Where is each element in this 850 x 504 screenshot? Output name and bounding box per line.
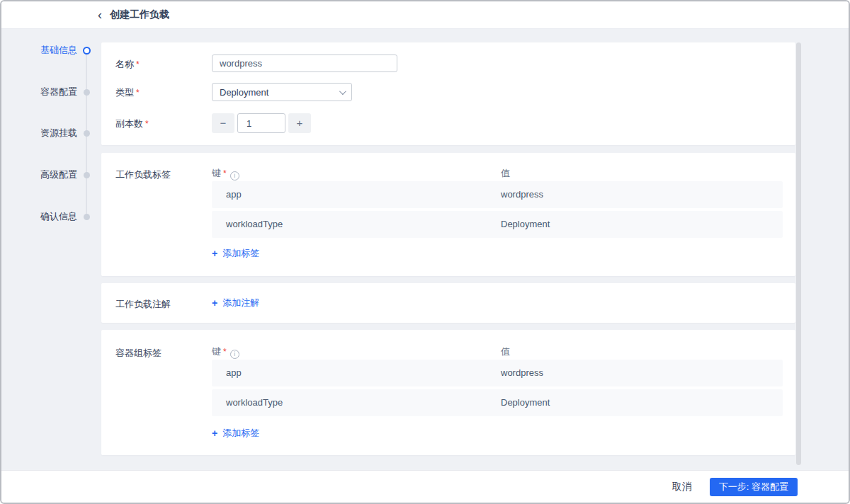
workload-labels-header: 键*i 值 xyxy=(212,167,783,178)
replicas-decrease-button[interactable]: − xyxy=(212,113,234,133)
step-dot-icon xyxy=(83,88,91,96)
back-icon[interactable]: ‹ xyxy=(98,8,102,21)
step-label: 高级配置 xyxy=(40,168,77,181)
workload-annotations-card: 工作负载注解 + 添加注解 xyxy=(101,283,795,323)
label-key: workloadType xyxy=(226,211,283,238)
page-title: 创建工作负载 xyxy=(110,8,169,21)
value-column-header: 值 xyxy=(501,345,510,358)
step-dot-icon xyxy=(83,171,91,179)
workload-labels-card: 工作负载标签 键*i 值 app wordpress workloadType … xyxy=(101,153,795,276)
info-icon[interactable]: i xyxy=(230,171,239,181)
required-mark: * xyxy=(223,347,227,357)
type-select[interactable]: Deployment xyxy=(212,83,352,101)
required-mark: * xyxy=(223,168,227,178)
required-mark: * xyxy=(136,88,140,98)
replicas-label: 副本数* xyxy=(115,118,149,130)
required-mark: * xyxy=(145,119,149,129)
label-row[interactable]: app wordpress xyxy=(212,360,783,386)
replicas-increase-button[interactable]: + xyxy=(288,113,311,133)
label-row[interactable]: workloadType Deployment xyxy=(212,389,783,416)
add-annotation-button[interactable]: + 添加注解 xyxy=(212,297,259,309)
step-dot-icon xyxy=(83,130,91,137)
add-annotation-text: 添加注解 xyxy=(222,297,259,309)
step-container-config[interactable]: 容器配置 xyxy=(1,85,91,99)
pod-labels-header: 键*i 值 xyxy=(212,345,783,357)
cancel-button[interactable]: 取消 xyxy=(672,481,692,493)
step-confirm-info[interactable]: 确认信息 xyxy=(1,210,91,224)
name-input[interactable] xyxy=(212,55,397,72)
value-column-header: 值 xyxy=(501,167,510,180)
replicas-stepper: − + xyxy=(212,113,311,133)
create-workload-window: ‹ 创建工作负载 基础信息 容器配置 资源挂载 高级配置 确认信息 名称* 类型… xyxy=(0,0,850,504)
plus-icon: + xyxy=(212,298,217,308)
step-basic-info[interactable]: 基础信息 xyxy=(1,43,91,57)
pod-labels-card: 容器组标签 键*i 值 app wordpress workloadType D… xyxy=(101,330,795,455)
info-icon[interactable]: i xyxy=(230,350,239,359)
workload-labels-section-label: 工作负载标签 xyxy=(115,168,171,181)
add-label-button[interactable]: + 添加标签 xyxy=(212,247,259,260)
label-value: wordpress xyxy=(501,181,543,208)
label-key: workloadType xyxy=(226,389,283,416)
label-row[interactable]: workloadType Deployment xyxy=(212,211,783,238)
vertical-scrollbar[interactable] xyxy=(796,42,801,465)
step-label: 资源挂载 xyxy=(40,127,77,139)
step-label: 基础信息 xyxy=(40,44,77,57)
type-select-value: Deployment xyxy=(220,87,339,98)
label-key: app xyxy=(226,360,242,386)
pod-labels-section-label: 容器组标签 xyxy=(115,347,162,360)
chevron-down-icon xyxy=(339,88,346,95)
step-label: 容器配置 xyxy=(40,86,77,98)
label-key: app xyxy=(226,181,242,208)
add-label-text: 添加标签 xyxy=(222,247,259,260)
plus-icon: + xyxy=(212,248,217,258)
basic-info-card: 名称* 类型* Deployment 副本数* − + xyxy=(101,42,795,145)
label-value: Deployment xyxy=(501,389,550,416)
step-advanced-config[interactable]: 高级配置 xyxy=(1,168,91,182)
key-column-header: 键*i xyxy=(212,167,239,181)
step-dot-icon xyxy=(83,213,91,221)
next-step-button[interactable]: 下一步: 容器配置 xyxy=(710,478,798,496)
required-mark: * xyxy=(136,59,140,69)
label-value: Deployment xyxy=(501,211,550,238)
plus-icon: + xyxy=(212,428,217,438)
footer-bar: 取消 下一步: 容器配置 xyxy=(1,470,849,503)
page-header: ‹ 创建工作负载 xyxy=(1,1,849,29)
label-row[interactable]: app wordpress xyxy=(212,181,783,208)
key-column-header: 键*i xyxy=(212,345,239,359)
step-label: 确认信息 xyxy=(40,210,77,223)
label-value: wordpress xyxy=(501,360,543,386)
step-active-ring-icon xyxy=(83,47,91,55)
name-label: 名称* xyxy=(115,58,140,71)
add-label-button[interactable]: + 添加标签 xyxy=(212,427,259,440)
replicas-input[interactable] xyxy=(237,113,285,133)
type-label: 类型* xyxy=(115,86,140,99)
add-label-text: 添加标签 xyxy=(222,427,259,440)
workload-annotations-section-label: 工作负载注解 xyxy=(115,298,171,311)
step-volume-mount[interactable]: 资源挂载 xyxy=(1,126,91,140)
